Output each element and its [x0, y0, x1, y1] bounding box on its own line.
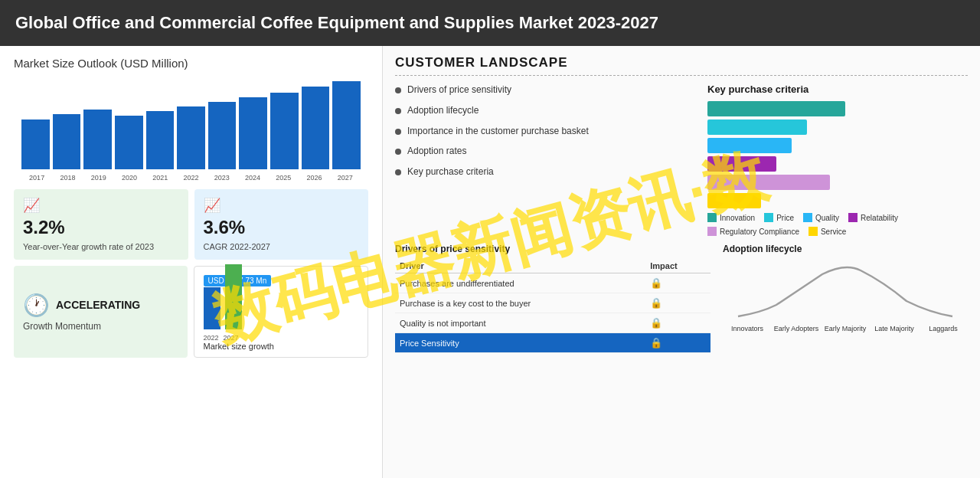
bar [177, 106, 205, 169]
adoption-label: Laggards [919, 325, 968, 332]
kp-bar-row [707, 193, 968, 208]
kp-bar-row [707, 120, 968, 135]
driver-cell: Purchase is a key cost to the buyer [395, 293, 645, 313]
bar-group [115, 116, 143, 169]
yoy-label: Year-over-Year growth rate of 2023 [23, 241, 179, 252]
kp-legend-label: Quality [815, 214, 839, 222]
bar-group [83, 110, 112, 169]
key-purchase-area: Key purchase criteria Innovation Price Q… [707, 83, 968, 236]
adoption-title: Adoption lifecycle [723, 244, 968, 254]
metrics-row: 📈 3.2% Year-over-Year growth rate of 202… [14, 189, 368, 260]
accel-header: 🕐 ACCELERATING [23, 293, 178, 318]
adoption-label: Early Majority [821, 325, 870, 332]
lock-icon: 🔒 [650, 337, 662, 349]
year-label: 2018 [60, 174, 75, 182]
cl-item-text: Key purchase criteria [407, 165, 494, 178]
bar-group [53, 114, 81, 169]
impact-cell: 🔒 [645, 273, 710, 293]
kp-legend-swatch [764, 213, 773, 222]
kp-legend-swatch [848, 213, 858, 222]
kp-bar-row [707, 101, 968, 116]
accel-subtitle: Growth Momentum [23, 321, 178, 332]
kp-bar-fill [707, 138, 792, 153]
kp-legend-item: Service [808, 227, 846, 236]
bar [208, 102, 237, 169]
lock-icon: 🔒 [650, 297, 662, 309]
cagr-trend-icon: 📈 [204, 197, 360, 214]
bar [332, 81, 361, 169]
cl-list-item: Adoption lifecycle [395, 104, 695, 117]
accel-title: ACCELERATING [56, 299, 140, 311]
cl-bullet [395, 108, 401, 114]
main-content: Market Size Outlook (USD Million) 201720… [0, 46, 980, 478]
year-label: 2019 [91, 174, 106, 182]
kp-bar-fill [707, 120, 807, 135]
kp-legend-swatch [707, 213, 717, 222]
kp-legend-label: Price [776, 214, 794, 222]
mini-bar [204, 287, 220, 329]
kp-legend-item: Price [764, 213, 794, 222]
bar-group [208, 102, 237, 169]
cl-item-text: Adoption rates [407, 145, 466, 158]
kp-legend-label: Innovation [720, 214, 755, 222]
bar-group [21, 120, 50, 169]
mini-bar-label: 2022 [204, 334, 219, 342]
gauge-icon: 🕐 [23, 293, 50, 318]
cagr-label: CAGR 2022-2027 [204, 241, 360, 252]
bar [83, 110, 112, 169]
year-label: 2022 [183, 174, 198, 182]
bar [239, 97, 267, 169]
year-label: 2024 [245, 174, 260, 182]
year-label: 2020 [122, 174, 137, 182]
adoption-label: Early Adopters [772, 325, 821, 332]
bar [53, 114, 81, 169]
kp-title: Key purchase criteria [707, 83, 968, 95]
year-label: 2023 [214, 174, 230, 182]
accelerating-card: 🕐 ACCELERATING Growth Momentum [14, 266, 188, 358]
adoption-label: Innovators [723, 325, 772, 332]
bar [302, 87, 330, 169]
cl-top: Drivers of price sensitivity Adoption li… [395, 83, 968, 236]
drivers-table: Driver Impact Purchases are undifferenti… [395, 259, 710, 353]
bar [21, 120, 50, 169]
bar-group [270, 93, 299, 169]
kp-legend-item: Quality [803, 213, 839, 222]
cl-item-text: Importance in the customer purchase bask… [407, 125, 589, 138]
driver-cell: Quality is not important [395, 313, 645, 333]
cl-bottom: Drivers of price sensitivity Driver Impa… [395, 244, 968, 353]
mini-year-row: 20222027 [204, 332, 359, 342]
adoption-labels: InnovatorsEarly AdoptersEarly MajorityLa… [723, 325, 968, 332]
kp-bar-fill [707, 101, 845, 116]
kp-bar-row [707, 175, 968, 190]
trend-icon: 📈 [23, 197, 179, 214]
year-label: 2017 [29, 174, 44, 182]
page-header: Global Office and Commercial Coffee Equi… [0, 0, 980, 46]
drivers-title: Drivers of price sensitivity [395, 244, 710, 254]
mini-bar-col [225, 264, 242, 329]
driver-cell: Price Sensitivity [395, 333, 645, 353]
lock-icon: 🔒 [650, 277, 662, 289]
cl-bullet [395, 149, 401, 155]
table-row: Purchase is a key cost to the buyer 🔒 [395, 293, 710, 313]
cl-bullet [395, 87, 401, 93]
cagr-value: 3.6% [204, 217, 360, 238]
impact-cell: 🔒 [645, 313, 710, 333]
kp-bars [707, 101, 968, 208]
kp-bar-fill [707, 193, 761, 208]
kp-legend-item: Innovation [707, 213, 755, 222]
cl-list-item: Importance in the customer purchase bask… [395, 125, 695, 138]
year-label: 2027 [338, 174, 353, 182]
kp-legend-label: Regulatory Compliance [720, 228, 799, 236]
kp-legend-swatch [803, 213, 812, 222]
bar-group [177, 106, 205, 169]
kp-bar-fill [707, 156, 776, 172]
bottom-cards: 🕐 ACCELERATING Growth Momentum USD 5857.… [14, 266, 368, 358]
adoption-label: Late Majority [870, 325, 919, 332]
cl-list-item: Adoption rates [395, 145, 695, 158]
cagr-card: 📈 3.6% CAGR 2022-2027 [194, 189, 369, 260]
mini-bar-chart [204, 291, 359, 329]
kp-bar-row [707, 138, 968, 153]
kp-bar-row [707, 156, 968, 172]
year-label: 2021 [152, 174, 168, 182]
kp-legend-swatch [707, 227, 717, 236]
